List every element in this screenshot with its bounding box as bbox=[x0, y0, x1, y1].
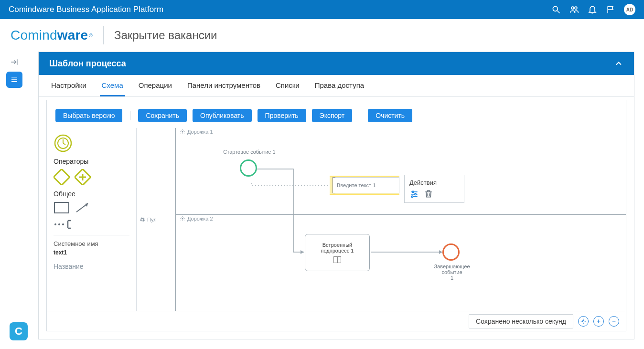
save-button[interactable]: Сохранить bbox=[138, 109, 187, 122]
palette-common-label: Общее bbox=[54, 190, 129, 198]
toolbar: Выбрать версию Сохранить Опубликовать Пр… bbox=[47, 100, 626, 127]
zoom-fit-button[interactable] bbox=[578, 316, 589, 327]
top-bar: Comindware Business Application Platform… bbox=[0, 0, 644, 19]
subprocess-marker-icon bbox=[333, 256, 341, 263]
workspace: Операторы Общее Системное имя text1 Назв… bbox=[47, 128, 626, 311]
popup-title: Действия bbox=[409, 179, 459, 186]
svg-point-20 bbox=[54, 223, 56, 225]
select-version-button[interactable]: Выбрать версию bbox=[55, 109, 122, 122]
collapse-icon[interactable] bbox=[10, 57, 19, 67]
svg-point-30 bbox=[415, 193, 416, 195]
settings-icon[interactable] bbox=[409, 189, 419, 199]
zoom-in-button[interactable]: + bbox=[593, 316, 604, 327]
actions-popup: Действия bbox=[404, 175, 464, 203]
start-event[interactable] bbox=[240, 159, 257, 177]
panel-header: Шаблон процесса bbox=[39, 52, 634, 75]
svg-line-1 bbox=[558, 11, 560, 13]
palette-operators-label: Операторы bbox=[54, 158, 129, 165]
svg-marker-25 bbox=[301, 250, 304, 254]
status-bar: Сохранено несколько секунд + − bbox=[47, 311, 626, 331]
svg-point-2 bbox=[571, 7, 574, 9]
tab-toolbars[interactable]: Панели инструментов bbox=[185, 75, 262, 96]
flag-icon[interactable] bbox=[606, 5, 615, 14]
end-event[interactable] bbox=[442, 243, 460, 261]
diagram-canvas[interactable]: Пул Дорожка 1 Дорожка 2 bbox=[137, 128, 626, 311]
end-event-label: Завершающее событие1 bbox=[423, 264, 481, 281]
zoom-out-button[interactable]: − bbox=[609, 316, 619, 327]
svg-point-0 bbox=[553, 6, 558, 11]
tabs: Настройки Схема Операции Панели инструме… bbox=[39, 75, 634, 97]
bracket-shape-icon[interactable] bbox=[54, 219, 77, 230]
svg-point-22 bbox=[62, 223, 64, 225]
svg-point-32 bbox=[411, 196, 413, 197]
subprocess-task[interactable]: Встроенный подпроцесс 1 bbox=[305, 234, 370, 271]
content-panel: Шаблон процесса Настройки Схема Операции… bbox=[38, 52, 634, 339]
separator bbox=[130, 111, 130, 120]
export-button[interactable]: Экспорт bbox=[312, 109, 353, 122]
svg-point-28 bbox=[412, 191, 414, 192]
check-button[interactable]: Проверить bbox=[258, 109, 306, 122]
header: Comindware® Закрытие вакансии bbox=[0, 19, 644, 52]
left-rail: C bbox=[0, 52, 29, 349]
svg-rect-13 bbox=[54, 169, 70, 185]
bell-icon[interactable] bbox=[588, 5, 597, 14]
text-annotation[interactable]: Введите текст 1 bbox=[333, 177, 399, 193]
tab-settings[interactable]: Настройки bbox=[49, 75, 88, 96]
app-badge[interactable]: C bbox=[10, 322, 28, 340]
top-actions: AD bbox=[551, 4, 635, 15]
editor-frame: Выбрать версию Сохранить Опубликовать Пр… bbox=[46, 100, 626, 331]
property-name-label: Название bbox=[54, 263, 129, 270]
svg-point-21 bbox=[58, 223, 60, 225]
svg-rect-17 bbox=[54, 202, 69, 213]
separator bbox=[360, 111, 360, 120]
logo: Comindware® bbox=[11, 28, 93, 43]
property-sysname-label: Системное имя bbox=[54, 235, 129, 247]
user-avatar[interactable]: AD bbox=[624, 4, 635, 15]
svg-line-12 bbox=[63, 143, 65, 145]
delete-icon[interactable] bbox=[424, 189, 433, 199]
collapse-panel-icon[interactable] bbox=[614, 59, 623, 68]
page-title: Закрытие вакансии bbox=[114, 29, 217, 42]
tab-lists[interactable]: Списки bbox=[274, 75, 301, 96]
svg-marker-26 bbox=[439, 250, 442, 254]
arrow-shape-icon[interactable] bbox=[75, 201, 91, 214]
svg-point-3 bbox=[575, 7, 577, 9]
tab-operations[interactable]: Операции bbox=[137, 75, 174, 96]
people-icon[interactable] bbox=[569, 5, 579, 14]
gateway-icon[interactable] bbox=[54, 169, 70, 185]
publish-button[interactable]: Опубликовать bbox=[193, 109, 252, 122]
start-event-label: Стартовое событие 1 bbox=[221, 149, 278, 155]
tab-access[interactable]: Права доступа bbox=[313, 75, 366, 96]
divider bbox=[103, 26, 104, 44]
platform-title: Comindware Business Application Platform bbox=[9, 5, 163, 14]
tab-scheme[interactable]: Схема bbox=[100, 75, 125, 96]
property-sysname-value: text1 bbox=[54, 249, 129, 256]
svg-point-35 bbox=[582, 320, 584, 322]
gateway-plus-icon[interactable] bbox=[75, 169, 91, 185]
palette: Операторы Общее Системное имя text1 Назв… bbox=[47, 128, 137, 311]
menu-button[interactable] bbox=[6, 72, 22, 88]
search-icon[interactable] bbox=[551, 5, 561, 14]
panel-title: Шаблон процесса bbox=[49, 59, 126, 69]
connectors bbox=[137, 128, 614, 309]
clear-button[interactable]: Очистить bbox=[368, 109, 412, 122]
rect-shape-icon[interactable] bbox=[54, 201, 70, 214]
timer-event-icon[interactable] bbox=[54, 134, 73, 153]
save-status: Сохранено несколько секунд bbox=[469, 314, 573, 328]
